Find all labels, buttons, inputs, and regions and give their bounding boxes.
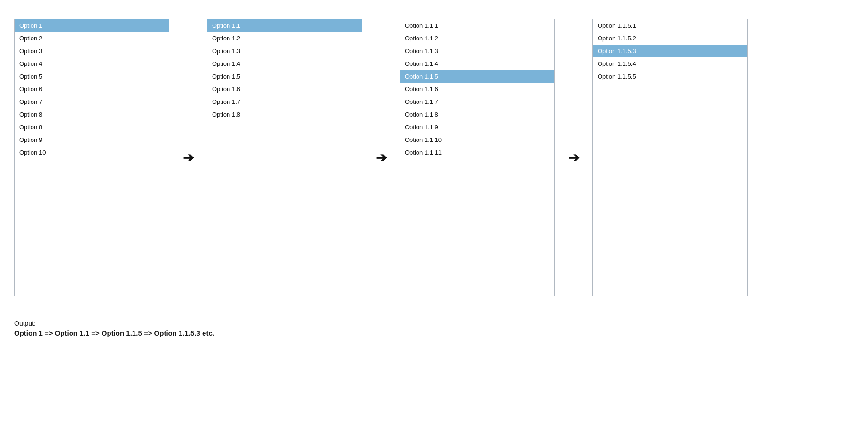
list-item[interactable]: Option 9 <box>15 134 169 146</box>
list-item[interactable]: Option 1.1.7 <box>400 95 554 108</box>
list-item[interactable]: Option 6 <box>15 83 169 95</box>
list-panel-2: Option 1.1Option 1.2Option 1.3Option 1.4… <box>207 19 362 296</box>
list-item[interactable]: Option 1.1.6 <box>400 83 554 95</box>
list-item[interactable]: Option 1.1.8 <box>400 108 554 121</box>
arrow-icon: ➔ <box>183 150 194 165</box>
list-item[interactable]: Option 3 <box>15 45 169 57</box>
list-item[interactable]: Option 1 <box>15 19 169 32</box>
list-item[interactable]: Option 1.2 <box>207 32 362 45</box>
list-item[interactable]: Option 4 <box>15 57 169 70</box>
list-item[interactable]: Option 1.1.5.4 <box>593 57 747 70</box>
arrow-1: ➔ <box>169 19 207 296</box>
list-item[interactable]: Option 1.5 <box>207 70 362 83</box>
arrow-icon: ➔ <box>568 150 579 165</box>
list-item[interactable]: Option 1.1.5.1 <box>593 19 747 32</box>
list-panel-4: Option 1.1.5.1Option 1.1.5.2Option 1.1.5… <box>592 19 748 296</box>
list-item[interactable]: Option 1.1.9 <box>400 121 554 134</box>
list-panel-1: Option 1Option 2Option 3Option 4Option 5… <box>14 19 169 296</box>
output-value: Option 1 => Option 1.1 => Option 1.1.5 =… <box>14 329 854 337</box>
list-item[interactable]: Option 1.7 <box>207 95 362 108</box>
list-item[interactable]: Option 1.1.2 <box>400 32 554 45</box>
list-item[interactable]: Option 1.1 <box>207 19 362 32</box>
list-item[interactable]: Option 1.1.5.5 <box>593 70 747 83</box>
list-item[interactable]: Option 1.1.5.3 <box>593 45 747 57</box>
list-item[interactable]: Option 1.6 <box>207 83 362 95</box>
list-item[interactable]: Option 1.1.4 <box>400 57 554 70</box>
list-item[interactable]: Option 10 <box>15 146 169 159</box>
list-item[interactable]: Option 1.1.5 <box>400 70 554 83</box>
list-item[interactable]: Option 1.4 <box>207 57 362 70</box>
arrow-icon: ➔ <box>376 150 387 165</box>
list-item[interactable]: Option 5 <box>15 70 169 83</box>
list-panel-3: Option 1.1.1Option 1.1.2Option 1.1.3Opti… <box>400 19 555 296</box>
list-item[interactable]: Option 1.1.5.2 <box>593 32 747 45</box>
output-section: Output: Option 1 => Option 1.1 => Option… <box>14 320 854 337</box>
list-item[interactable]: Option 1.1.3 <box>400 45 554 57</box>
list-item[interactable]: Option 7 <box>15 95 169 108</box>
list-item[interactable]: Option 1.8 <box>207 108 362 121</box>
list-item[interactable]: Option 1.3 <box>207 45 362 57</box>
list-item[interactable]: Option 1.1.10 <box>400 134 554 146</box>
main-area: Option 1Option 2Option 3Option 4Option 5… <box>14 19 854 296</box>
arrow-3: ➔ <box>555 19 592 296</box>
list-item[interactable]: Option 8 <box>15 121 169 134</box>
output-label: Output: <box>14 320 854 327</box>
list-item[interactable]: Option 1.1.11 <box>400 146 554 159</box>
list-item[interactable]: Option 2 <box>15 32 169 45</box>
list-item[interactable]: Option 8 <box>15 108 169 121</box>
list-item[interactable]: Option 1.1.1 <box>400 19 554 32</box>
arrow-2: ➔ <box>362 19 400 296</box>
